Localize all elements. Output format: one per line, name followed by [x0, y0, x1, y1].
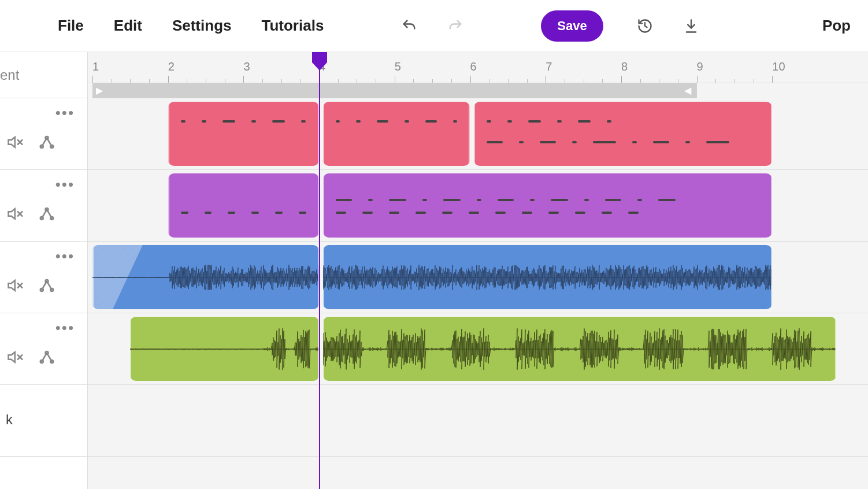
tracks-area: [88, 98, 868, 457]
clip[interactable]: [323, 102, 470, 166]
empty-track-label: k: [6, 412, 13, 428]
side-header: ent: [0, 52, 87, 98]
track-options-icon[interactable]: •••: [55, 104, 75, 122]
track-row[interactable]: [88, 313, 868, 385]
track-header: •••: [0, 242, 87, 313]
playhead[interactable]: [319, 52, 320, 489]
automation-icon[interactable]: [38, 349, 55, 368]
ruler-tick: 5: [395, 60, 401, 73]
track-row[interactable]: [88, 98, 868, 170]
ruler[interactable]: 12345678910: [88, 52, 868, 83]
menu-file[interactable]: File: [58, 17, 84, 35]
clip[interactable]: [323, 173, 773, 238]
empty-track-header: k: [0, 385, 87, 457]
ruler-tick: 7: [546, 60, 552, 73]
clip[interactable]: [168, 102, 319, 166]
clip[interactable]: [323, 245, 773, 309]
side-header-label: ent: [0, 67, 19, 83]
loop-start-arrow-icon[interactable]: ▶: [96, 85, 103, 96]
track-row[interactable]: [88, 170, 868, 242]
loop-end-arrow-icon[interactable]: ◀: [684, 85, 691, 96]
download-icon[interactable]: [683, 18, 699, 34]
timeline[interactable]: 12345678910 ▶◀: [88, 52, 868, 489]
clip[interactable]: [323, 317, 837, 381]
automation-icon[interactable]: [38, 134, 55, 153]
waveform-icon: [323, 326, 837, 372]
ruler-tick: 3: [243, 60, 250, 73]
waveform-icon: [323, 254, 773, 301]
automation-icon[interactable]: [38, 277, 55, 297]
ruler-tick: 1: [92, 60, 99, 73]
track-options-icon[interactable]: •••: [55, 319, 75, 337]
waveform-icon: [130, 326, 319, 372]
history-icon[interactable]: [637, 18, 653, 34]
loop-range[interactable]: [92, 83, 697, 98]
clip[interactable]: [474, 102, 772, 166]
menubar: File Edit Settings Tutorials Save Pop: [0, 0, 868, 52]
track-row[interactable]: [88, 242, 868, 313]
genre-label[interactable]: Pop: [822, 17, 851, 35]
menu-settings[interactable]: Settings: [172, 17, 232, 35]
clip[interactable]: [168, 173, 319, 238]
track-header: •••: [0, 98, 87, 170]
workspace: ent ••••••••••••k 12345678910 ▶◀: [0, 52, 868, 489]
automation-icon[interactable]: [38, 205, 55, 225]
track-header: •••: [0, 170, 87, 242]
ruler-tick: 2: [168, 60, 175, 73]
clip[interactable]: [130, 317, 319, 381]
mute-icon[interactable]: [7, 134, 24, 153]
redo-icon: [447, 18, 463, 34]
undo-icon[interactable]: [401, 18, 417, 34]
ruler-tick: 10: [772, 60, 785, 73]
ruler-tick: 9: [697, 60, 703, 73]
track-options-icon[interactable]: •••: [55, 247, 75, 265]
track-side-panel: ent ••••••••••••k: [0, 52, 88, 489]
mute-icon[interactable]: [7, 277, 24, 297]
menu-edit[interactable]: Edit: [114, 17, 142, 35]
clip[interactable]: [92, 245, 319, 309]
track-header: •••: [0, 313, 87, 385]
loop-bar[interactable]: ▶◀: [88, 83, 868, 98]
mute-icon[interactable]: [7, 205, 24, 225]
ruler-tick: 8: [621, 60, 628, 73]
track-options-icon[interactable]: •••: [55, 176, 75, 194]
ruler-tick: 6: [470, 60, 477, 73]
mute-icon[interactable]: [7, 349, 24, 368]
waveform-icon: [92, 254, 319, 301]
playhead-flag-icon[interactable]: [310, 52, 329, 69]
track-row[interactable]: [88, 385, 868, 457]
save-button[interactable]: Save: [541, 10, 603, 42]
menu-tutorials[interactable]: Tutorials: [261, 17, 324, 35]
